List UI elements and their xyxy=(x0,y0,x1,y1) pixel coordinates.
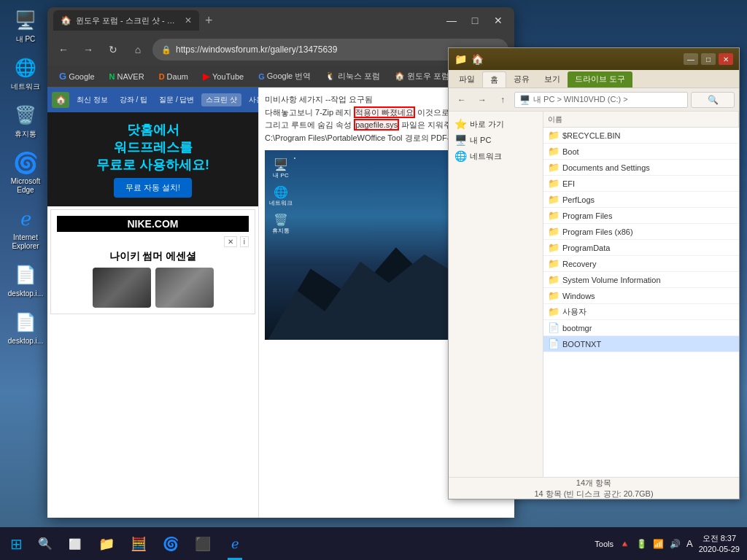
shoe-display xyxy=(57,268,249,308)
nike-header: NIKE.COM xyxy=(57,216,249,232)
fe-tab-home[interactable]: 홈 xyxy=(482,71,506,88)
bookmark-google-translate[interactable]: G Google 번역 xyxy=(252,69,317,83)
file-explorer-taskbar-icon: 📁 xyxy=(98,536,115,552)
table-row[interactable]: 📁 Recovery xyxy=(543,256,739,272)
table-row[interactable]: 📄 bootmgr xyxy=(543,320,739,336)
ie-icon: ℯ xyxy=(12,206,39,232)
ad-x-button[interactable]: ✕ xyxy=(224,236,237,247)
efi-folder-icon: 📁 xyxy=(548,178,560,189)
tab-close-button[interactable]: ✕ xyxy=(185,15,192,26)
taskbar-search-button[interactable]: 🔍 xyxy=(32,527,58,560)
new-tab-button[interactable]: + xyxy=(205,13,213,28)
tools-label: Tools xyxy=(595,540,614,548)
browser-controls: ← → ↻ ⌂ 🔒 https://windowsforum.kr/galler… xyxy=(47,34,514,66)
table-row[interactable]: 📁 사용자 xyxy=(543,304,739,320)
fe-sidebar-network[interactable]: 🌐 네트워크 xyxy=(449,148,543,164)
taskbar-ie[interactable]: ℯ xyxy=(219,527,251,560)
table-row[interactable]: 📁 ProgramData xyxy=(543,240,739,256)
browser-maximize-button[interactable]: □ xyxy=(465,10,485,31)
fe-back-button[interactable]: ← xyxy=(453,92,471,108)
fe-sidebar-my-pc[interactable]: 🖥️ 내 PC xyxy=(449,132,543,148)
fe-window-buttons: — □ ✕ xyxy=(684,53,733,65)
taskbar-file-explorer[interactable]: 📁 xyxy=(90,527,123,560)
table-row[interactable]: 📁 System Volume Information xyxy=(543,272,739,288)
fe-address-bar[interactable]: 🖥️ 내 PC > WIN10VHD (C:) > xyxy=(514,92,688,108)
table-row[interactable]: 📁 Boot xyxy=(543,144,739,160)
nike-ad-title: 나이키 썸머 에센셜 xyxy=(57,250,249,263)
shoe-item-1 xyxy=(93,268,151,308)
nav-usage[interactable]: 사용 / 설치기 xyxy=(244,93,258,106)
bookmark-google[interactable]: G Google xyxy=(53,69,101,83)
nav-lecture[interactable]: 강좌 / 팁 xyxy=(115,93,152,106)
bookmark-daum[interactable]: D Daum xyxy=(153,71,194,82)
tray-icon-1: 🔺 xyxy=(619,539,630,549)
fe-search-button[interactable]: 🔍 xyxy=(691,92,735,108)
nav-screenshot[interactable]: 스크린 샷 xyxy=(201,93,241,106)
fe-minimize-button[interactable]: — xyxy=(684,53,698,65)
bookmark-naver[interactable]: N NAVER xyxy=(104,71,150,82)
fe-close-button[interactable]: ✕ xyxy=(719,53,733,65)
my-pc-sidebar-label: 내 PC xyxy=(470,135,491,146)
bookmark-youtube[interactable]: ▶ YouTube xyxy=(197,69,249,83)
browser-back-button[interactable]: ← xyxy=(53,39,74,60)
desktop-icon-my-pc[interactable]: 🖥️ 내 PC xyxy=(2,7,49,44)
taskbar-task-view[interactable]: ⬜ xyxy=(58,527,90,560)
nav-latest[interactable]: 최신 정보 xyxy=(72,93,112,106)
nike-ad: NIKE.COM ✕ i 나이키 썸머 에센셜 xyxy=(50,209,255,314)
bookmark-windows-forum[interactable]: 🏠 윈도우 포럼 xyxy=(389,69,455,83)
file-name-bootmgr: 📄 bootmgr xyxy=(543,322,739,333)
browser-minimize-button[interactable]: — xyxy=(441,10,462,31)
start-button[interactable]: ⊞ xyxy=(0,527,32,560)
table-row[interactable]: 📄 BOOTNXT xyxy=(543,336,739,352)
desktop-icon-desktop1[interactable]: 📄 desktop.i... xyxy=(2,262,49,298)
fe-tab-drive-tools[interactable]: 드라이브 도구 xyxy=(568,71,632,88)
lock-icon: 🔒 xyxy=(161,45,171,55)
table-row[interactable]: 📁 Program Files xyxy=(543,208,739,224)
table-row[interactable]: 📁 EFI xyxy=(543,176,739,192)
ad-info-button[interactable]: i xyxy=(240,236,249,247)
desktop-icon-ie[interactable]: ℯ Internet Explorer xyxy=(2,206,49,251)
desktop-icon-network[interactable]: 🌐 네트워크 xyxy=(2,55,49,91)
desktop1-icon: 📄 xyxy=(12,262,39,288)
file-name-program-files: 📁 Program Files xyxy=(543,210,739,221)
browser-tab-active[interactable]: 🏠 윈도우 포럼 - 스크린 샷 - 간결 V... ✕ xyxy=(53,10,199,31)
sysvolinfo-folder-icon: 📁 xyxy=(548,274,560,285)
desktop-icon-desktop2[interactable]: 📄 desktop.i... xyxy=(2,309,49,346)
ie-label: Internet Explorer xyxy=(2,233,49,251)
nav-home-button[interactable]: 🏠 xyxy=(52,92,69,108)
table-row[interactable]: 📁 $RECYCLE.BIN xyxy=(543,128,739,144)
browser-close-button[interactable]: ✕ xyxy=(488,10,508,31)
ad-install-button[interactable]: 무료 자동 설치! xyxy=(114,178,192,198)
taskbar-clock[interactable]: 오전 8:37 2020-05-29 xyxy=(699,533,740,554)
browser-titlebar: 🏠 윈도우 포럼 - 스크린 샷 - 간결 V... ✕ + — □ ✕ xyxy=(47,7,514,34)
taskbar-right: Tools 🔺 🔋 📶 🔊 A 오전 8:37 2020-05-29 xyxy=(595,533,747,554)
table-row[interactable]: 📁 Program Files (x86) xyxy=(543,224,739,240)
browser-forward-button[interactable]: → xyxy=(78,39,98,60)
browser-reload-button[interactable]: ↻ xyxy=(103,39,123,60)
fe-forward-button[interactable]: → xyxy=(473,92,491,108)
table-row[interactable]: 📁 Windows xyxy=(543,288,739,304)
fe-up-button[interactable]: ↑ xyxy=(494,92,511,108)
ime-icon: A xyxy=(686,538,693,549)
fe-maximize-button[interactable]: □ xyxy=(701,53,716,65)
file-name-efi: 📁 EFI xyxy=(543,178,739,189)
fe-tab-view[interactable]: 보기 xyxy=(537,71,568,88)
battery-icon: 🔋 xyxy=(636,539,647,549)
fe-status-bar: 14개 항목 14 항목 (빈 디스크 공간: 20.7GB) xyxy=(449,477,739,499)
table-row[interactable]: 📁 PerfLogs xyxy=(543,192,739,208)
fe-tab-share[interactable]: 공유 xyxy=(506,71,537,88)
fe-tab-file[interactable]: 파일 xyxy=(452,71,482,88)
table-row[interactable]: 📁 Documents and Settings xyxy=(543,160,739,176)
fe-navbar: ← → ↑ 🖥️ 내 PC > WIN10VHD (C:) > 🔍 xyxy=(449,88,739,112)
bookmark-linux-forum[interactable]: 🐧 리눅스 포럼 xyxy=(320,69,386,83)
taskbar-calculator[interactable]: 🧮 xyxy=(123,527,155,560)
browser-home-button[interactable]: ⌂ xyxy=(128,39,148,60)
file-name-recovery: 📁 Recovery xyxy=(543,258,739,269)
desktop-icon-recycle[interactable]: 🗑️ 휴지통 xyxy=(2,102,49,139)
desktop-icon-msedge[interactable]: 🌀 Microsoft Edge xyxy=(2,149,49,195)
taskbar-edge[interactable]: 🌀 xyxy=(155,527,187,560)
my-pc-label: 내 PC xyxy=(16,35,36,44)
nav-qna[interactable]: 질문 / 답변 xyxy=(155,93,198,106)
taskbar-cmd[interactable]: ⬛ xyxy=(187,527,219,560)
fe-sidebar-quick-access[interactable]: ⭐ 바로 가기 xyxy=(449,116,543,132)
